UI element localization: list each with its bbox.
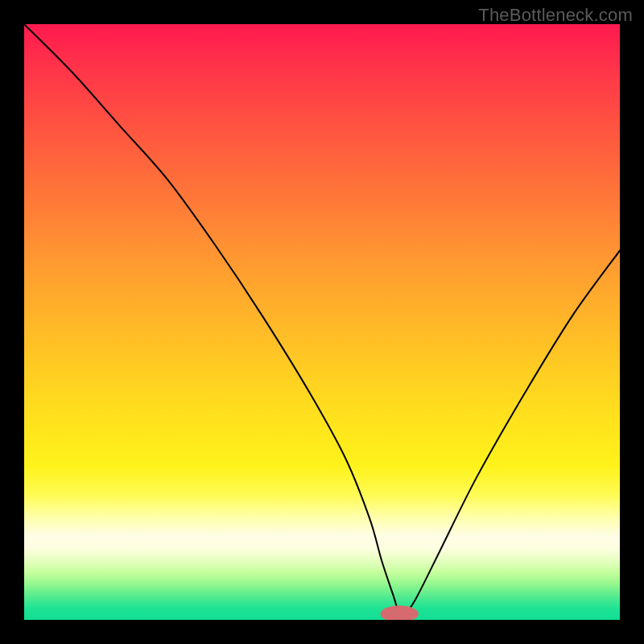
plot-area [24,24,620,620]
chart-overlay [24,24,620,620]
chart-frame: TheBottleneck.com [0,0,644,644]
bottleneck-curve [24,24,620,616]
watermark: TheBottleneck.com [478,5,633,26]
optimal-marker [381,605,419,620]
